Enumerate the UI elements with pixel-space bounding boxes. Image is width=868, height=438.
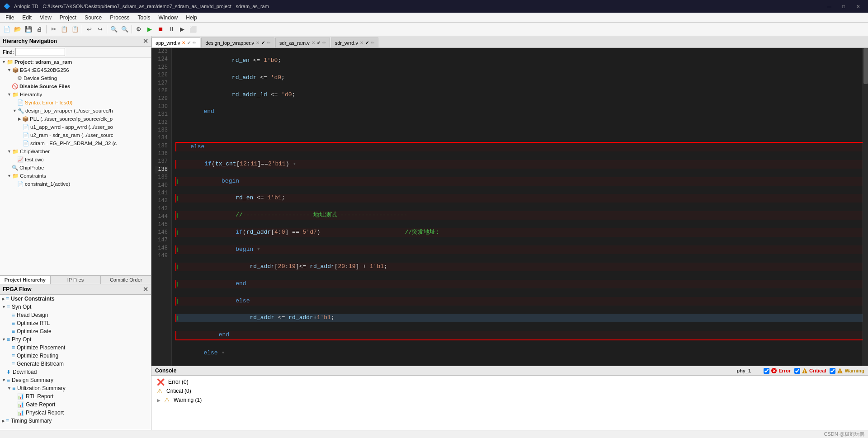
flow-syn-opt[interactable]: ▼ ≡ Syn Opt [0, 303, 151, 311]
flow-optimize-routing[interactable]: ≡ Optimize Routing [0, 352, 151, 360]
flow-read-design[interactable]: ≡ Read Design [0, 311, 151, 319]
tree-u2[interactable]: 📄 u2_ram - sdr_as_ram (../user_sourc [0, 131, 151, 139]
code-line-128: else [175, 142, 864, 151]
cut-button[interactable]: ✂ [48, 24, 58, 34]
tab-sdr-as-ram[interactable]: sdr_as_ram.v ✕ ✔ ✏ [275, 38, 330, 47]
maximize-button[interactable]: □ [837, 2, 850, 10]
code-container[interactable]: 123 124 125 126 127 128 129 130 131 132 … [151, 48, 868, 366]
console-row-critical[interactable]: ⚠ Critical (0) [157, 386, 863, 396]
fullscreen-button[interactable]: ⬜ [188, 24, 198, 34]
search-button[interactable]: 🔍 [109, 24, 119, 34]
tab-sdr-wrrd-close[interactable]: ✕ [360, 40, 363, 45]
tree-device-setting[interactable]: ⚙ Device Setting [0, 74, 151, 82]
flow-utilization-summary[interactable]: ▼ ≡ Utilization Summary [0, 384, 151, 392]
code-line-127 [175, 125, 864, 133]
flow-design-summary[interactable]: ▼ ≡ Design Summary [0, 376, 151, 384]
tab-ip-files[interactable]: IP Files [51, 276, 101, 284]
tree-hierarchy[interactable]: ▼ 📁 Hierarchy [0, 90, 151, 99]
warning-expand-arrow[interactable]: ▶ [157, 398, 160, 403]
undo-button[interactable]: ↩ [84, 24, 94, 34]
console-title: Console [155, 367, 176, 374]
menu-project[interactable]: Project [56, 14, 80, 22]
menu-process[interactable]: Process [106, 14, 133, 22]
flow-optimize-placement[interactable]: ≡ Optimize Placement [0, 344, 151, 352]
search2-button[interactable]: 🔍 [120, 24, 130, 34]
new-file-button[interactable]: 📄 [2, 24, 12, 34]
paste-button[interactable]: 📋 [70, 24, 80, 34]
menu-help[interactable]: Help [182, 14, 201, 22]
tree-sdram[interactable]: 📄 sdram - EG_PHY_SDRAM_2M_32 (c [0, 139, 151, 147]
pause-button[interactable]: ⏸ [166, 24, 176, 34]
warning-filter[interactable]: ! Warning [830, 367, 864, 374]
tree-constraint1[interactable]: 📄 constraint_1(active) [0, 180, 151, 188]
tree-design-top[interactable]: ▼ 🔧 design_top_wrapper (../user_source/h [0, 107, 151, 115]
warning-checkbox[interactable] [830, 368, 835, 374]
code-line-135: │ rd_addr[20:19]<= rd_addr[20:19] + 1'b1… [175, 263, 864, 271]
tab-project-hierarchy[interactable]: Project Hierarchy [0, 276, 51, 284]
console-row-warning[interactable]: ▶ ⚠ Warning (1) [157, 396, 863, 405]
tab-compile-order[interactable]: Compile Order [101, 276, 151, 284]
print-button[interactable]: 🖨 [34, 24, 44, 34]
hierarchy-close-button[interactable]: ✕ [143, 38, 148, 45]
menu-source[interactable]: Source [81, 14, 105, 22]
tree-constraints[interactable]: ▼ 📁 Constraints [0, 172, 151, 180]
menu-view[interactable]: View [36, 14, 55, 22]
toolbar: 📄 📂 💾 🖨 ✂ 📋 📋 ↩ ↪ 🔍 🔍 ⚙ ▶ ⏹ ⏸ ▶ ⬜ [0, 23, 868, 36]
tab-sdr-as-ram-close[interactable]: ✕ [311, 40, 315, 45]
minimize-button[interactable]: — [823, 2, 835, 10]
tree-pll[interactable]: ▶ 📦 PLL (../user_source/ip_source/clk_p [0, 115, 151, 123]
console-body: ❌ Error (0) ⚠ Critical (0) ▶ ⚠ Warning (… [151, 376, 868, 406]
flow-gate-report[interactable]: 📊 Gate Report [0, 400, 151, 409]
menu-edit[interactable]: Edit [19, 14, 35, 22]
tree-u1[interactable]: 📄 u1_app_wrrd - app_wrrd (../user_so [0, 123, 151, 131]
tree-cwc[interactable]: 📈 test.cwc [0, 155, 151, 164]
run-button[interactable]: ▶ [145, 24, 155, 34]
flow-physical-report[interactable]: 📊 Physical Report [0, 409, 151, 417]
editor-tab-bar: app_wrrd.v ✕ ✔ ✏ design_top_wrapper.v ✕ … [151, 36, 868, 48]
menu-tools[interactable]: Tools [134, 14, 154, 22]
editor-scrollbar[interactable] [863, 48, 868, 366]
save-button[interactable]: 💾 [24, 24, 33, 34]
flow-rtl-report[interactable]: 📊 RTL Report [0, 392, 151, 400]
open-button[interactable]: 📂 [13, 24, 23, 34]
error-row-label: Error (0) [168, 379, 189, 385]
stop-button[interactable]: ⏹ [156, 24, 165, 34]
error-checkbox[interactable] [764, 368, 769, 374]
flow-optimize-rtl[interactable]: ≡ Optimize RTL [0, 319, 151, 327]
fpga-flow-close-button[interactable]: ✕ [143, 286, 148, 293]
copy-button[interactable]: 📋 [59, 24, 69, 34]
critical-checkbox[interactable] [794, 368, 800, 374]
tab-sdr-wrrd[interactable]: sdr_wrrd.v ✕ ✔ ✏ [331, 38, 378, 47]
console-row-error[interactable]: ❌ Error (0) [157, 377, 863, 386]
tab-app-wrrd[interactable]: app_wrrd.v ✕ ✔ ✏ [151, 38, 200, 47]
tree-syntax-error[interactable]: 📄 Syntax Error Files(0) [0, 99, 151, 107]
editor-scrollbar-thumb[interactable] [863, 48, 868, 84]
tree-eg4[interactable]: ▼ 📦 EG4::EG4S20BG256 [0, 66, 151, 74]
redo-button[interactable]: ↪ [95, 24, 105, 34]
error-icon: ✕ [771, 367, 777, 374]
settings-button[interactable]: ⚙ [134, 24, 144, 34]
tree-chipprobe[interactable]: 🔍 ChipProbe [0, 164, 151, 172]
tab-app-wrrd-warning: ✕ [182, 40, 185, 45]
menu-window[interactable]: Window [155, 14, 182, 22]
error-filter[interactable]: ✕ Error [764, 367, 791, 374]
tree-disable-source[interactable]: 🚫 Disable Source Files [0, 82, 151, 90]
code-content[interactable]: rd_en <= 1'b0; rd_addr <= 'd0; rd_addr_l… [172, 48, 868, 366]
hierarchy-tree: ▼ 📁 Project: sdram_as_ram ▼ 📦 EG4::EG4S2… [0, 58, 151, 275]
step-button[interactable]: ▶ [177, 24, 187, 34]
tree-chipwatcher[interactable]: ▼ 📁 ChipWatcher [0, 147, 151, 155]
flow-download[interactable]: ⬇ Download [0, 368, 151, 376]
tab-design-top-close[interactable]: ✕ [256, 40, 259, 45]
menu-file[interactable]: File [2, 14, 18, 22]
find-input[interactable] [15, 48, 65, 56]
flow-timing-summary[interactable]: ▶ ≡ Timing Summary [0, 417, 151, 425]
flow-optimize-gate[interactable]: ≡ Optimize Gate [0, 327, 151, 335]
flow-user-constraints[interactable]: ▶ ≡ User Constraints [0, 295, 151, 303]
close-button[interactable]: ✕ [852, 2, 864, 10]
tab-app-wrrd-close[interactable]: ✔ [187, 40, 191, 45]
tab-design-top[interactable]: design_top_wrapper.v ✕ ✔ ✏ [201, 38, 274, 47]
flow-generate-bitstream[interactable]: ≡ Generate Bitstream [0, 360, 151, 368]
tree-project[interactable]: ▼ 📁 Project: sdram_as_ram [0, 58, 151, 66]
flow-phy-opt[interactable]: ▼ ≡ Phy Opt [0, 335, 151, 344]
critical-filter[interactable]: ! Critical [794, 367, 826, 374]
